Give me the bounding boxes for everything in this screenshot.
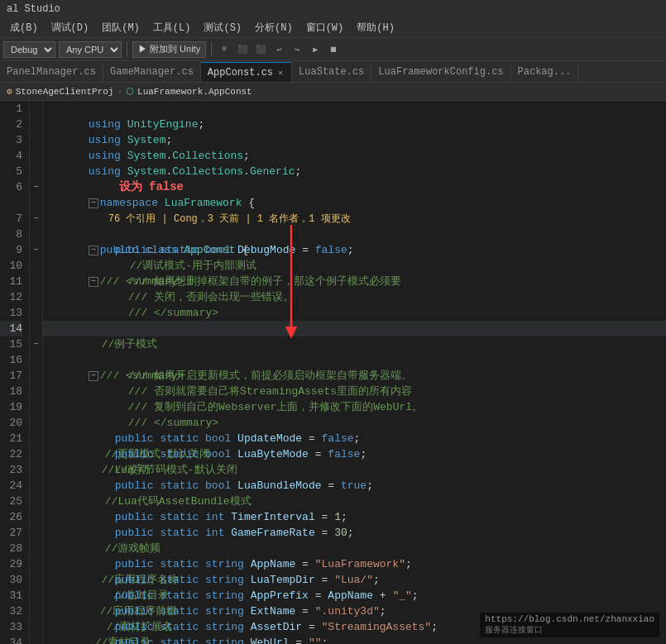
code-line-24 (43, 478, 666, 494)
fold-12 (30, 289, 42, 305)
code-line-25: public static int TimerInterval = 1; (43, 494, 666, 509)
code-line-23: public static bool LuaBundleMode = true;… (43, 462, 666, 478)
menu-analyze[interactable]: 分析(N) (248, 19, 299, 36)
fold-git (30, 195, 42, 211)
tab-appconst-label: AppConst.cs (208, 67, 273, 79)
code-line-1: using UnityEngine; (43, 101, 666, 117)
toolbar-icon-7[interactable]: ⏹ (326, 42, 341, 57)
line-num-29: 29 (0, 556, 22, 572)
watermark: https://blog.csdn.net/zhanxxiao 服务器连接窗口 (480, 613, 659, 637)
code-line-31: public static string ExtName = ".unity3d… (43, 588, 666, 603)
menu-test[interactable]: 测试(S) (197, 19, 248, 36)
line-num-27: 27 (0, 525, 22, 541)
tab-appconst-close[interactable]: ✕ (276, 67, 285, 79)
attach-unity-button[interactable]: ▶ 附加到 Unity (132, 41, 206, 58)
breadcrumb-icon: ⚙ (7, 86, 12, 97)
tab-appconst[interactable]: AppConst.cs ✕ (201, 62, 292, 82)
tab-gamemanager[interactable]: GameManager.cs (103, 62, 201, 82)
debug-config-select[interactable]: Debug (3, 41, 55, 58)
menu-debug[interactable]: 调试(D) (45, 19, 96, 36)
breadcrumb-project[interactable]: StoneAgeClientProj (16, 87, 114, 97)
line-num-git (0, 195, 22, 211)
code-line-gitinfo: 76 个引用 | Cong，3 天前 | 1 名作者，1 项更改 (43, 195, 666, 211)
line-num-15: 15 (0, 336, 22, 352)
fold-7[interactable]: − (30, 211, 42, 227)
fold-6[interactable]: − (30, 179, 42, 195)
menu-build[interactable]: 成(B) (3, 19, 45, 36)
fold-gutter: − − − − (30, 101, 43, 644)
line-num-4: 4 (0, 148, 22, 164)
title-bar: al Studio (0, 0, 666, 18)
breadcrumb-separator: › (117, 87, 122, 97)
menu-help[interactable]: 帮助(H) (350, 19, 401, 36)
code-line-10: /// 如果想删掉框架自带的例子，那这个例子模式必须要 (43, 258, 666, 274)
code-line-3: using System.Collections; (43, 132, 666, 148)
line-num-3: 3 (0, 132, 22, 148)
code-line-29: public static string LuaTempDir = "Lua/"… (43, 556, 666, 572)
line-num-1: 1 (0, 101, 22, 117)
code-line-14 (43, 321, 666, 336)
toolbar-icon-5[interactable]: ↪ (290, 42, 304, 57)
line-num-17: 17 (0, 368, 22, 384)
line-num-8: 8 (0, 227, 22, 242)
line-num-13: 13 (0, 305, 22, 321)
line-num-24: 24 (0, 478, 22, 494)
code-line-20: public static bool UpdateMode = false; /… (43, 415, 666, 431)
line-num-25: 25 (0, 494, 22, 509)
line-num-14: 14 (0, 321, 22, 336)
code-line-9: −/// <summary> (43, 242, 666, 258)
toolbar-icon-3[interactable]: ⬛ (253, 42, 268, 57)
menu-window[interactable]: 窗口(W) (299, 19, 351, 36)
cpu-config-select[interactable]: Any CPU (59, 41, 122, 58)
tab-bar: PanelManager.cs GameManager.cs AppConst.… (0, 61, 666, 83)
line-num-9: 9 (0, 242, 22, 258)
line-num-28: 28 (0, 541, 22, 556)
line-num-2: 2 (0, 117, 22, 132)
menu-tools[interactable]: 工具(L) (146, 19, 198, 36)
line-num-26: 26 (0, 509, 22, 525)
tab-luaframeworkconfig-label: LuaFrameworkConfig.cs (378, 66, 503, 78)
tab-luastate[interactable]: LuaState.cs (292, 62, 371, 82)
breadcrumb-bar: ⚙ StoneAgeClientProj › ⬡ LuaFramework.Ap… (0, 83, 666, 101)
toolbar-icon-6[interactable]: ▶ (308, 42, 323, 57)
fold-15[interactable]: − (30, 336, 42, 352)
fold-2 (30, 117, 42, 132)
fold-4 (30, 148, 42, 164)
editor-area: 1 2 3 4 5 6 7 8 9 10 11 12 13 14 15 16 1… (0, 101, 666, 644)
toolbar-separator-1 (127, 42, 127, 57)
code-line-13: public static bool ExampleMode = false; … (43, 305, 666, 321)
fold-18 (30, 384, 42, 399)
line-num-33: 33 (0, 619, 22, 635)
code-line-22: //改动 (43, 446, 666, 462)
toolbar: Debug Any CPU ▶ 附加到 Unity ≡ ⬛ ⬛ ↩ ↪ ▶ ⏹ (0, 38, 666, 61)
code-line-30: public static string AppPrefix = AppName… (43, 572, 666, 588)
breadcrumb-namespace[interactable]: LuaFramework.AppConst (137, 87, 252, 97)
code-line-6: −namespace LuaFramework { (43, 179, 666, 195)
line-num-16: 16 (0, 352, 22, 368)
toolbar-icon-1[interactable]: ≡ (217, 42, 232, 57)
tab-package[interactable]: Packag... (511, 62, 579, 82)
line-num-5: 5 (0, 164, 22, 179)
code-line-8: public static bool DebugMode = false; //… (43, 227, 666, 242)
toolbar-icon-2[interactable]: ⬛ (235, 42, 250, 57)
code-line-27 (43, 525, 666, 541)
line-num-30: 30 (0, 572, 22, 588)
line-num-18: 18 (0, 384, 22, 399)
toolbar-icon-4[interactable]: ↩ (271, 42, 286, 57)
code-line-19: /// </summary> (43, 399, 666, 415)
fold-17 (30, 368, 42, 384)
code-content[interactable]: using UnityEngine; using System; using S… (43, 101, 666, 644)
code-line-16: /// 如果开启更新模式，前提必须启动框架自带服务器端。 (43, 352, 666, 368)
breadcrumb-icon2: ⬡ (126, 86, 134, 97)
tab-package-label: Packag... (518, 66, 572, 78)
menu-team[interactable]: 团队(M) (95, 19, 146, 36)
tab-luastate-label: LuaState.cs (299, 66, 364, 78)
toolbar-separator-2 (211, 42, 212, 57)
code-line-15: −/// <summary> (43, 336, 666, 352)
tab-luaframeworkconfig[interactable]: LuaFrameworkConfig.cs (371, 62, 510, 82)
fold-9[interactable]: − (30, 242, 42, 258)
watermark-text: https://blog.csdn.net/zhanxxiao (485, 614, 654, 624)
tab-panelmanager[interactable]: PanelManager.cs (0, 62, 103, 82)
line-num-34: 34 (0, 635, 22, 644)
line-num-19: 19 (0, 399, 22, 415)
